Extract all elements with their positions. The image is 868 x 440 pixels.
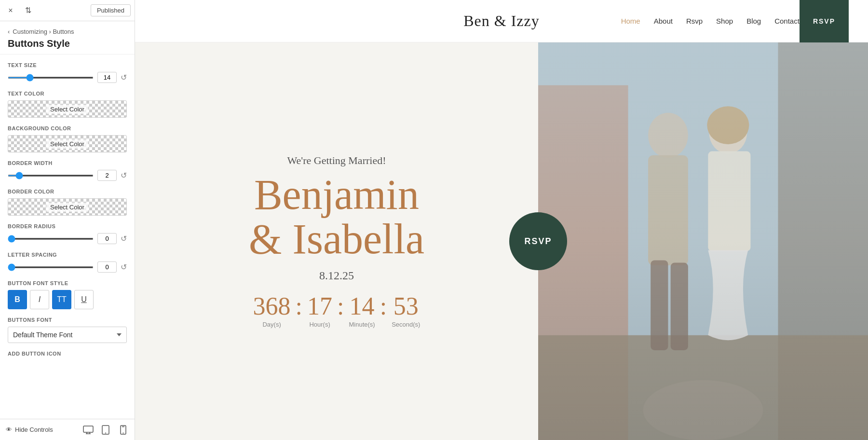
bold-button[interactable]: B: [8, 290, 27, 309]
panel-body: TEXT SIZE 14 ↺ TEXT COLOR Select Color B…: [0, 55, 135, 419]
site-nav: Home About Rsvp Shop Blog Contact: [621, 17, 800, 25]
add-button-icon-label: ADD BUTTON ICON: [8, 351, 127, 357]
countdown-seconds: 53 Second(s): [392, 294, 420, 328]
countdown-hours: 17 Hour(s): [307, 294, 332, 328]
border-radius-reset[interactable]: ↺: [121, 234, 127, 243]
hero-section: We're Getting Married! Benjamin & Isabel…: [135, 42, 868, 440]
border-radius-row: 0 ↺: [8, 233, 127, 244]
undo-redo-button[interactable]: ⇅: [21, 4, 35, 17]
border-width-reset[interactable]: ↺: [121, 171, 127, 180]
nav-rsvp[interactable]: Rsvp: [686, 17, 703, 25]
countdown-hours-label: Hour(s): [309, 321, 330, 328]
panel-header: ‹ Customizing › Buttons Buttons Style: [0, 21, 135, 55]
bottom-bar: 👁 Hide Controls: [0, 419, 135, 440]
hide-controls-button[interactable]: 👁 Hide Controls: [6, 426, 53, 433]
countdown-hours-value: 17: [307, 294, 332, 319]
countdown: 368 Day(s) : 17 Hour(s) : 14 Minute(s) :…: [253, 294, 420, 328]
close-button[interactable]: ×: [4, 4, 17, 17]
nav-blog[interactable]: Blog: [746, 17, 761, 25]
background-color-picker[interactable]: Select Color: [8, 135, 127, 152]
hero-name2: & Isabella: [249, 216, 424, 262]
text-size-row: 14 ↺: [8, 72, 127, 83]
border-color-picker-label: Select Color: [46, 203, 88, 212]
countdown-minutes-value: 14: [350, 294, 375, 319]
bottom-icons: [82, 424, 129, 436]
border-color-label: BORDER COLOR: [8, 189, 127, 194]
couple-photo: [538, 42, 868, 440]
back-button[interactable]: ‹ Customizing › Buttons: [8, 28, 127, 35]
text-size-label: TEXT SIZE: [8, 62, 127, 68]
countdown-seconds-value: 53: [393, 294, 419, 319]
letter-spacing-label: LETTER SPACING: [8, 252, 127, 258]
eye-icon: 👁: [6, 426, 12, 433]
border-width-label: BORDER WIDTH: [8, 160, 127, 166]
top-bar: × ⇅ Published: [0, 0, 135, 21]
svg-rect-0: [83, 426, 93, 432]
letter-spacing-reset[interactable]: ↺: [121, 262, 127, 272]
back-icon: ‹: [8, 28, 10, 35]
border-radius-value[interactable]: 0: [97, 233, 117, 244]
left-panel: × ⇅ Published ‹ Customizing › Buttons Bu…: [0, 0, 135, 440]
border-radius-label: BORDER RADIUS: [8, 223, 127, 229]
text-color-label: TEXT COLOR: [8, 91, 127, 96]
hero-left: We're Getting Married! Benjamin & Isabel…: [135, 42, 538, 440]
buttons-font-label: BUTTONS FONT: [8, 317, 127, 323]
countdown-minutes: 14 Minute(s): [349, 294, 375, 328]
text-color-picker[interactable]: Select Color: [8, 100, 127, 118]
nav-contact[interactable]: Contact: [774, 17, 800, 25]
hero-right: [538, 42, 868, 440]
svg-point-5: [105, 432, 106, 433]
hero-date: 8.12.25: [319, 269, 354, 282]
border-width-row: 2 ↺: [8, 170, 127, 181]
buttons-font-select[interactable]: Default Theme Font Arial Georgia Helveti…: [8, 327, 127, 343]
countdown-days-label: Day(s): [262, 321, 281, 328]
border-radius-slider[interactable]: [8, 238, 94, 240]
preview-area: Ben & Izzy Home About Rsvp Shop Blog Con…: [135, 0, 868, 440]
svg-point-8: [122, 432, 123, 433]
letter-spacing-value[interactable]: 0: [97, 261, 117, 273]
font-style-row: B I TT U: [8, 290, 127, 309]
countdown-sep3: :: [375, 294, 392, 319]
site-title: Ben & Izzy: [463, 12, 540, 30]
text-color-picker-label: Select Color: [46, 105, 88, 114]
countdown-sep1: :: [291, 294, 307, 319]
letter-spacing-slider[interactable]: [8, 266, 94, 268]
background-color-label: BACKGROUND COLOR: [8, 125, 127, 131]
hero-name1: Benjamin: [254, 171, 419, 218]
background-color-picker-label: Select Color: [46, 139, 88, 149]
border-color-picker[interactable]: Select Color: [8, 198, 127, 216]
nav-about[interactable]: About: [654, 17, 673, 25]
text-size-slider[interactable]: [8, 77, 94, 79]
countdown-minutes-label: Minute(s): [349, 321, 375, 328]
photo-overlay: [538, 42, 868, 440]
mobile-view-button[interactable]: [117, 424, 129, 436]
rsvp-circle-button[interactable]: RSVP: [509, 212, 567, 270]
desktop-view-button[interactable]: [82, 424, 94, 436]
rsvp-header-button[interactable]: RSVP: [800, 0, 849, 42]
letter-spacing-row: 0 ↺: [8, 261, 127, 273]
countdown-sep2: :: [332, 294, 349, 319]
site-header: Ben & Izzy Home About Rsvp Shop Blog Con…: [135, 0, 868, 42]
tt-button[interactable]: TT: [52, 290, 71, 309]
border-width-slider[interactable]: [8, 175, 94, 177]
hero-subtitle: We're Getting Married!: [287, 154, 386, 167]
border-width-value[interactable]: 2: [97, 170, 117, 181]
nav-home[interactable]: Home: [621, 17, 640, 25]
countdown-days: 368 Day(s): [253, 294, 291, 328]
countdown-seconds-label: Second(s): [392, 321, 420, 328]
button-font-style-label: BUTTON FONT STYLE: [8, 280, 127, 286]
text-size-reset[interactable]: ↺: [121, 73, 127, 82]
text-size-value[interactable]: 14: [97, 72, 117, 83]
italic-button[interactable]: I: [30, 290, 49, 309]
published-button[interactable]: Published: [91, 4, 131, 16]
hide-controls-label: Hide Controls: [15, 426, 53, 433]
breadcrumb-text: Customizing › Buttons: [13, 28, 74, 35]
countdown-days-value: 368: [253, 294, 291, 319]
nav-shop[interactable]: Shop: [716, 17, 733, 25]
panel-title: Buttons Style: [8, 38, 127, 49]
tablet-view-button[interactable]: [100, 424, 111, 436]
hero-names: Benjamin & Isabella: [249, 173, 424, 262]
underline-button[interactable]: U: [74, 290, 94, 309]
